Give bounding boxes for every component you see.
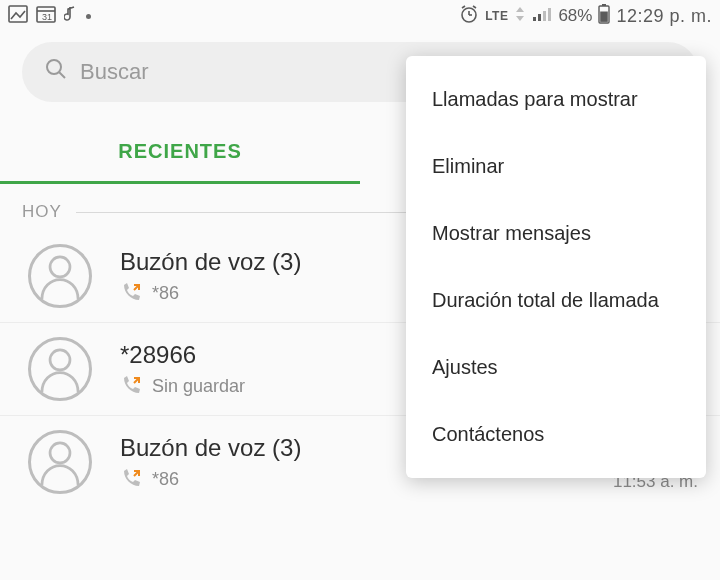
svg-marker-9 bbox=[516, 7, 524, 12]
svg-text:31: 31 bbox=[42, 12, 52, 22]
alarm-icon bbox=[459, 4, 479, 29]
svg-rect-12 bbox=[538, 14, 541, 21]
svg-marker-10 bbox=[516, 16, 524, 21]
signal-bars-icon bbox=[532, 6, 552, 27]
avatar bbox=[28, 337, 92, 401]
svg-rect-16 bbox=[602, 4, 606, 6]
svg-rect-17 bbox=[601, 11, 609, 21]
network-type-label: LTE bbox=[485, 9, 508, 23]
music-note-icon bbox=[64, 5, 78, 28]
status-bar: 31 LTE 68% 12:29 p. m. bbox=[0, 0, 720, 32]
svg-line-7 bbox=[462, 6, 465, 8]
svg-rect-11 bbox=[533, 17, 536, 21]
outgoing-call-icon bbox=[120, 282, 142, 304]
battery-icon bbox=[598, 4, 610, 29]
battery-text: 68% bbox=[558, 6, 592, 26]
menu-item-calls-to-show[interactable]: Llamadas para mostrar bbox=[406, 66, 706, 133]
menu-item-show-messages[interactable]: Mostrar mensajes bbox=[406, 200, 706, 267]
outgoing-call-icon bbox=[120, 468, 142, 490]
svg-point-22 bbox=[50, 443, 70, 463]
svg-point-21 bbox=[50, 350, 70, 370]
image-icon bbox=[8, 5, 28, 28]
svg-rect-14 bbox=[548, 8, 551, 21]
avatar bbox=[28, 244, 92, 308]
call-sub-text: *86 bbox=[152, 283, 179, 304]
svg-point-18 bbox=[47, 60, 61, 74]
tab-recent[interactable]: RECIENTES bbox=[0, 122, 360, 184]
svg-line-8 bbox=[473, 6, 476, 8]
signal-updown-icon bbox=[514, 6, 526, 27]
menu-item-delete[interactable]: Eliminar bbox=[406, 133, 706, 200]
section-label: HOY bbox=[22, 202, 62, 222]
search-icon bbox=[44, 57, 68, 87]
avatar bbox=[28, 430, 92, 494]
menu-item-settings[interactable]: Ajustes bbox=[406, 334, 706, 401]
status-dot-icon bbox=[86, 14, 91, 19]
overflow-menu: Llamadas para mostrar Eliminar Mostrar m… bbox=[406, 56, 706, 478]
svg-rect-13 bbox=[543, 11, 546, 21]
calendar-icon: 31 bbox=[36, 5, 56, 28]
outgoing-call-icon bbox=[120, 375, 142, 397]
status-time: 12:29 p. m. bbox=[616, 6, 712, 27]
search-placeholder: Buscar bbox=[80, 59, 148, 85]
menu-item-total-duration[interactable]: Duración total de llamada bbox=[406, 267, 706, 334]
menu-item-contact-us[interactable]: Contáctenos bbox=[406, 401, 706, 468]
call-sub-text: Sin guardar bbox=[152, 376, 245, 397]
svg-line-19 bbox=[59, 72, 65, 78]
status-left: 31 bbox=[8, 5, 91, 28]
call-sub-text: *86 bbox=[152, 469, 179, 490]
svg-point-20 bbox=[50, 257, 70, 277]
status-right: LTE 68% 12:29 p. m. bbox=[459, 4, 712, 29]
